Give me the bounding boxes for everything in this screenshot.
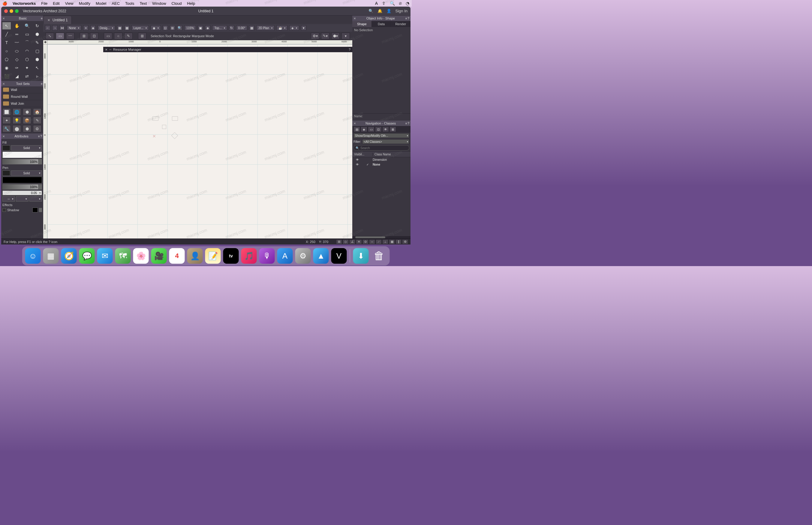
toolset-item-icon[interactable]: ✦ xyxy=(2,117,11,124)
toolset-item-icon[interactable]: ⬜ xyxy=(2,108,11,116)
visibility-icon[interactable]: 👁 xyxy=(352,163,362,166)
menu-aec[interactable]: AEC xyxy=(111,1,120,6)
mode-contain-icon[interactable]: ⊡ xyxy=(90,33,99,39)
toolset-item-icon[interactable]: ⬢ xyxy=(23,125,31,132)
close-icon[interactable]: ✕ xyxy=(2,135,5,138)
menu-view[interactable]: View xyxy=(65,1,74,6)
fill-opacity-slider[interactable]: 100% xyxy=(2,159,42,164)
text-tool-icon[interactable]: T xyxy=(2,39,11,46)
close-icon[interactable]: ✕ xyxy=(2,82,5,86)
zoom-value[interactable]: 115% xyxy=(184,25,196,31)
help-icon[interactable]: ? xyxy=(349,48,350,51)
layer-icon[interactable]: ◈ xyxy=(90,25,96,31)
apple-menu-icon[interactable]: 🍎 xyxy=(2,1,7,6)
arrow-start-dropdown[interactable] xyxy=(16,196,29,201)
menu-text[interactable]: Text xyxy=(139,1,147,6)
menu-modify[interactable]: Modify xyxy=(79,1,90,6)
canvas-object[interactable] xyxy=(152,116,159,121)
star-tool-icon[interactable]: ✦ xyxy=(23,64,31,71)
toolset-item-icon[interactable]: 🌐 xyxy=(13,108,21,116)
filter-dropdown[interactable]: <All Classes> xyxy=(362,139,409,144)
symbol-tool-icon[interactable]: ▹ xyxy=(33,73,41,80)
mirror-tool-icon[interactable]: ⇄ xyxy=(23,73,31,80)
nav-back-icon[interactable]: ← xyxy=(45,25,50,31)
window-close-button[interactable] xyxy=(4,9,8,13)
mode-freehand-icon[interactable]: ✎ xyxy=(124,33,133,39)
navigation-search-input[interactable]: 🔍 Search xyxy=(354,145,409,151)
line-style-dropdown[interactable]: ─ xyxy=(2,196,15,201)
snap-workplane-icon[interactable]: ▦ xyxy=(389,239,395,244)
palette-menu-icon[interactable]: ≡ xyxy=(41,17,42,20)
toolset-wall[interactable]: Wall xyxy=(1,86,43,93)
class-row[interactable]: 👁 Dimension xyxy=(352,157,410,162)
class-options-icon[interactable]: ≡ xyxy=(83,25,89,31)
polygon-tool-icon[interactable]: ⬠ xyxy=(2,56,11,63)
minimize-icon[interactable]: ─ xyxy=(109,48,111,51)
app-menu[interactable]: Vectorworks xyxy=(13,1,36,6)
status-airdrop-icon[interactable]: ⇪ xyxy=(382,1,386,6)
mode-polygon-icon[interactable]: ○ xyxy=(114,33,122,39)
search-icon[interactable]: 🔍 xyxy=(369,9,373,13)
fit-objects-icon[interactable]: ⊞ xyxy=(170,25,175,31)
dock-app-contacts[interactable]: 👤 xyxy=(187,248,203,264)
look-at-dropdown[interactable]: ◉ xyxy=(151,25,161,31)
shadow-checkbox[interactable] xyxy=(2,208,6,212)
sign-in-link[interactable]: Sign In xyxy=(395,9,407,13)
nav-tab-viewports-icon[interactable]: ⊡ xyxy=(375,126,382,132)
fill-swatch[interactable] xyxy=(2,145,10,151)
scrollbar-thumb[interactable] xyxy=(355,236,385,238)
rotation-icon[interactable]: ↻ xyxy=(229,25,234,31)
dock-app-music[interactable]: 🎵 xyxy=(241,248,257,264)
class-dropdown[interactable]: None xyxy=(66,25,81,31)
render-icon[interactable]: ▦ xyxy=(249,25,254,31)
active-check-icon[interactable]: ✓ xyxy=(362,163,373,166)
stepper-icon[interactable] xyxy=(38,184,42,189)
palette-menu-icon[interactable]: ≡ xyxy=(405,122,407,125)
toolset-round-wall[interactable]: Round Wall xyxy=(1,93,43,100)
view-cube-icon[interactable]: ▣ xyxy=(198,25,203,31)
hexagon-tool-icon[interactable]: ⬢ xyxy=(33,56,41,63)
render-style-dropdown[interactable]: ☕ xyxy=(276,25,287,31)
palette-menu-icon[interactable]: ≡ xyxy=(405,17,407,20)
nav-tab-layers-icon[interactable]: ◈ xyxy=(361,126,367,132)
toolset-item-icon[interactable]: ✎ xyxy=(33,117,41,124)
visibility-mode-dropdown[interactable]: Show/Snap/Modify Oth... xyxy=(354,133,409,138)
line-weight-input[interactable]: 0.05 xyxy=(2,191,42,195)
canvas-object[interactable] xyxy=(172,116,178,121)
dock-app-messages[interactable]: 💬 xyxy=(79,248,95,264)
col-class-name[interactable]: Class Name xyxy=(373,153,410,156)
status-keyboard-icon[interactable]: A xyxy=(375,1,378,6)
toolset-item-icon[interactable]: ⬤ xyxy=(13,125,21,132)
eyedropper-tool-icon[interactable]: ✑ xyxy=(13,64,21,71)
mode-wall-icon[interactable]: ▭ xyxy=(104,33,112,39)
toolset-item-icon[interactable]: 📦 xyxy=(23,117,31,124)
mode-gear-icon[interactable]: ⚙▾ xyxy=(311,33,319,39)
spiral-tool-icon[interactable]: ◉ xyxy=(2,64,11,71)
shadow-color-swatch[interactable] xyxy=(32,208,38,212)
snap-distance-icon[interactable]: ↔ xyxy=(369,239,375,244)
dock-app-podcasts[interactable]: 🎙 xyxy=(259,248,275,264)
oval-tool-icon[interactable]: ⬭ xyxy=(13,47,21,55)
dock-app-downloads[interactable]: ⬇ xyxy=(353,248,369,264)
fill-type-dropdown[interactable]: Solid xyxy=(11,145,42,151)
drawing-canvas[interactable]: ✕ xyxy=(47,44,352,239)
workplane-icon[interactable]: ⋈ xyxy=(59,25,65,31)
nav-tab-saved-views-icon[interactable]: 👁 xyxy=(382,126,389,132)
close-tab-icon[interactable]: ✕ xyxy=(47,18,50,22)
polyline-tool-icon[interactable]: 〰 xyxy=(13,39,21,46)
render-bg-dropdown[interactable]: ◈ xyxy=(289,25,299,31)
user-icon[interactable]: 👤 xyxy=(387,9,391,13)
help-icon[interactable]: ? xyxy=(407,121,409,125)
dock-app-vectorworks[interactable]: V xyxy=(331,248,347,264)
snap-intersect-icon[interactable]: ✕ xyxy=(356,239,362,244)
snap-tangent-icon[interactable]: ⟂ xyxy=(382,239,388,244)
pen-swatch[interactable] xyxy=(2,170,10,176)
rotation-value[interactable]: 0.00° xyxy=(236,25,247,31)
dock-app-appstore[interactable]: A xyxy=(277,248,293,264)
menu-help[interactable]: Help xyxy=(187,1,195,6)
mode-prefs-icon[interactable]: ⊞ xyxy=(138,33,147,39)
dock-app-launchpad[interactable]: ▦ xyxy=(43,248,59,264)
layer-dropdown[interactable]: Desig... xyxy=(97,25,115,31)
locus-tool-icon[interactable]: ↖ xyxy=(33,64,41,71)
dock-app-safari[interactable]: 🧭 xyxy=(61,248,77,264)
